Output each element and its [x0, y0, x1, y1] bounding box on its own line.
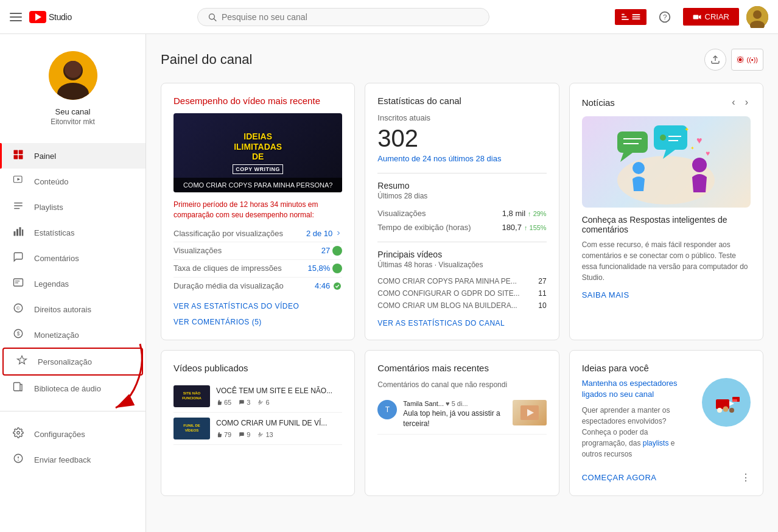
- duration-value: 4:46: [315, 281, 342, 291]
- svg-text:♥: ♥: [706, 149, 710, 158]
- channel-stats-link[interactable]: VER AS ESTATÍSTICAS DO CANAL: [377, 319, 546, 327]
- sidebar-item-playlists[interactable]: Playlists: [0, 194, 145, 220]
- channel-avatar[interactable]: [49, 51, 97, 100]
- live-button[interactable]: ((•)): [731, 49, 763, 71]
- svg-rect-4: [622, 18, 629, 19]
- pub-thumb-text-1: SITE NÃOFUNCIONA: [181, 390, 203, 402]
- comment-thumb-1: [513, 400, 547, 425]
- pub-comments-2: 9: [239, 431, 250, 438]
- menu-icon: [632, 13, 640, 21]
- pub-video-row-1[interactable]: SITE NÃOFUNCIONA VOCÊ TEM UM SITE E ELE …: [173, 380, 342, 413]
- svg-rect-30: [19, 227, 21, 236]
- classification-label: Classificação por visualizações: [173, 229, 283, 238]
- news-prev-button[interactable]: ‹: [729, 96, 737, 109]
- help-button[interactable]: ?: [654, 6, 676, 28]
- sidebar-item-direitos[interactable]: © Direitos autorais: [0, 296, 145, 322]
- ideas-content: Mantenha os espectadores ligados no seu …: [582, 378, 751, 467]
- svg-point-73: [723, 407, 729, 412]
- top-video-row-1: COMO CRIAR COPYS PARA MINHA PE... 27: [377, 275, 546, 287]
- sidebar-item-biblioteca[interactable]: Biblioteca de áudio: [0, 376, 145, 401]
- sidebar-item-estatisticas[interactable]: Estatísticas: [0, 220, 145, 245]
- create-button[interactable]: CRIAR: [683, 8, 739, 26]
- live-icon: [737, 56, 744, 63]
- customization-icon: [16, 355, 28, 368]
- sidebar-item-legendas[interactable]: Legendas: [0, 271, 145, 296]
- pub-stats-1: 65 3 6: [216, 399, 342, 406]
- sidebar-label-legendas: Legendas: [34, 279, 69, 289]
- channel-stats-card: Estatísticas do canal Inscritos atuais 3…: [365, 83, 559, 340]
- stats-card-title: Estatísticas do canal: [377, 96, 546, 106]
- sidebar-item-monetizacao[interactable]: $ Monetização: [0, 322, 145, 348]
- like-icon: [258, 399, 264, 405]
- views-badge: [332, 246, 342, 256]
- page-header: Painel do canal ((•)): [161, 49, 763, 71]
- comments-card-subtitle: Comentários do canal que não respondi: [377, 380, 546, 389]
- news-illustration: ♥ ♥ ✦ ✦: [605, 119, 727, 205]
- stats-divider: [377, 173, 546, 173]
- svg-point-56: [660, 135, 666, 141]
- hamburger-menu-icon[interactable]: [10, 13, 22, 21]
- svg-rect-54: [654, 125, 687, 150]
- filter-button[interactable]: [615, 9, 647, 25]
- ideas-card: Ideias para você Mantenha os espectadore…: [569, 350, 763, 496]
- video-thumbnail[interactable]: IDEIASILIMITADASDE COPY WRITING COMO CRI…: [173, 113, 342, 192]
- pub-info-2: COMO CRIAR UM FUNIL DE VÍ... 79 9: [216, 419, 342, 438]
- video-stats-link[interactable]: VER AS ESTATÍSTICAS DO VÍDEO: [173, 302, 342, 310]
- news-description: Com esse recurso, é mais fácil responder…: [582, 239, 751, 283]
- svg-rect-22: [19, 155, 23, 159]
- top-video-count-2: 11: [538, 289, 546, 298]
- top-video-row-3: COMO CRIAR UM BLOG NA BUILDERA... 10: [377, 299, 546, 312]
- svg-point-18: [65, 61, 82, 78]
- page-title: Painel do canal: [161, 52, 252, 68]
- sidebar-label-estatisticas: Estatísticas: [34, 228, 74, 237]
- dashboard-icon: [12, 149, 24, 163]
- pub-thumbs-2: 13: [258, 431, 273, 438]
- video-performance-card: Desempenho do vídeo mais recente IDEIASI…: [161, 83, 355, 340]
- youtube-studio-logo[interactable]: Studio: [29, 11, 72, 23]
- svg-rect-5: [632, 14, 640, 15]
- subscribers-growth: Aumento de 24 nos últimos 28 dias: [377, 154, 546, 163]
- svg-rect-50: [617, 131, 648, 153]
- svg-point-61: [692, 158, 707, 172]
- channel-handle: Eitonvitor mkt: [51, 117, 95, 126]
- svg-text:©: ©: [16, 306, 20, 311]
- top-video-title-3: COMO CRIAR UM BLOG NA BUILDERA...: [377, 301, 517, 310]
- top-video-title-1: COMO CRIAR COPYS PARA MINHA PE...: [377, 277, 517, 285]
- upload-button[interactable]: [704, 49, 726, 71]
- statistics-icon: [12, 226, 24, 239]
- views-row: Visualizações 27: [173, 242, 342, 260]
- thumb-text-ideias: IDEIASILIMITADASDE: [234, 131, 282, 162]
- news-next-button[interactable]: ›: [743, 96, 751, 109]
- sidebar-item-personalizacao[interactable]: Personalização: [2, 348, 143, 376]
- pub-stats-2: 79 9 13: [216, 431, 342, 438]
- sidebar-item-feedback[interactable]: Enviar feedback: [0, 447, 145, 472]
- main-content: Painel do canal ((•)) Desempenho do víde…: [146, 34, 778, 532]
- comment-heart-icon: ♥: [446, 400, 452, 407]
- comments-link[interactable]: VER COMENTÁRIOS (5): [173, 318, 342, 326]
- search-input[interactable]: [222, 12, 479, 22]
- sidebar-item-conteudo[interactable]: Conteúdo: [0, 169, 145, 194]
- avatar[interactable]: [746, 6, 768, 28]
- top-videos-subtitle: Últimas 48 horas · Visualizações: [377, 261, 546, 269]
- comment-author-1: Tamila Sant...: [403, 400, 444, 407]
- sidebar-label-feedback: Enviar feedback: [34, 455, 91, 464]
- svg-text:♥: ♥: [696, 135, 703, 145]
- ideas-footer: COMEÇAR AGORA ⋮: [582, 472, 751, 483]
- second-row-cards: Vídeos publicados SITE NÃOFUNCIONA VOCÊ …: [161, 350, 763, 496]
- pub-video-row-2[interactable]: FUNIL DEVÍDEOS COMO CRIAR UM FUNIL DE VÍ…: [173, 413, 342, 445]
- sidebar-item-comentarios[interactable]: Comentários: [0, 245, 145, 271]
- saiba-mais-link[interactable]: SAIBA MAIS: [582, 290, 629, 299]
- sidebar-item-configuracoes[interactable]: Configurações: [0, 421, 145, 447]
- subscribers-count: 302: [377, 125, 546, 152]
- check-circle-icon: [332, 281, 342, 291]
- comecar-agora-link[interactable]: COMEÇAR AGORA: [582, 473, 657, 482]
- svg-rect-39: [14, 383, 21, 391]
- comment-avatar-1: T: [377, 400, 397, 419]
- three-dots-menu[interactable]: ⋮: [741, 472, 751, 483]
- sidebar: Seu canal Eitonvitor mkt Painel Conteúdo: [0, 34, 146, 532]
- sidebar-item-painel[interactable]: Painel: [0, 143, 145, 169]
- svg-text:✦: ✦: [684, 126, 689, 133]
- sidebar-label-conteudo: Conteúdo: [34, 177, 68, 186]
- filter-icon: [621, 13, 629, 21]
- thumb-up-icon: [216, 399, 222, 405]
